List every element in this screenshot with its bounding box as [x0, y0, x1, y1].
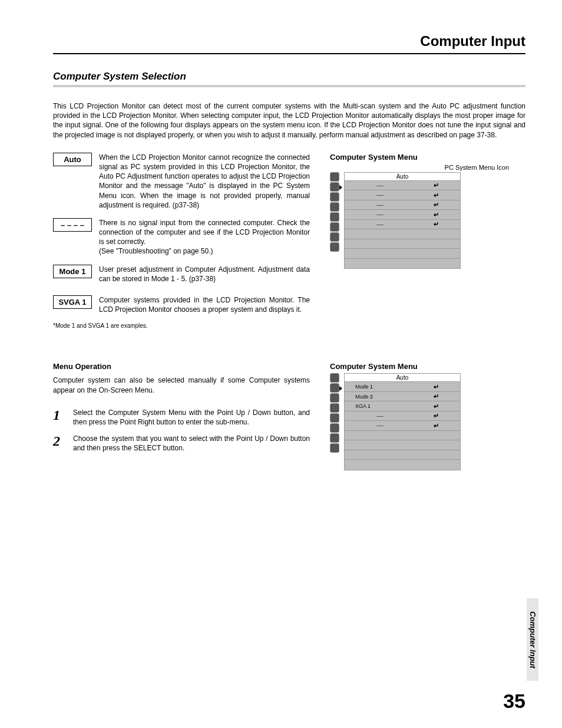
menu-icon [330, 373, 339, 383]
intro-paragraph: This LCD Projection Monitor can detect m… [53, 101, 525, 140]
menu1-sidebar-icons [330, 172, 339, 252]
menu-icon [330, 413, 339, 423]
menu-icon [330, 393, 339, 403]
step-1: 1 Select the Computer System Menu with t… [53, 408, 310, 427]
enter-icon: ↵ [415, 192, 457, 199]
menu1-caption: PC System Menu Icon [330, 164, 513, 171]
menu-operation-heading: Menu Operation [53, 362, 310, 371]
section-title: Computer System Selection [53, 71, 525, 87]
menu-row [345, 440, 460, 450]
mode-svga1-row: SVGA 1 Computer systems provided in the … [53, 295, 310, 314]
mode-svga1-text: Computer systems provided in the LCD Pro… [99, 295, 310, 314]
enter-icon: ↵ [415, 211, 457, 219]
menu-row [345, 450, 460, 460]
menu-row: ----↵ [345, 200, 460, 210]
menu-icon [330, 192, 339, 202]
page-header: Computer Input [53, 33, 525, 54]
menu2-sidebar-icons [330, 373, 339, 453]
menu-row: ----↵ [345, 210, 460, 220]
mode-auto-badge: Auto [53, 153, 92, 166]
menu1-header: Auto [345, 173, 460, 181]
side-tab-label: Computer Input [528, 611, 537, 668]
mode-auto-text: When the LCD Projection Monitor cannot r… [99, 153, 310, 210]
menu-row: ----↵ [345, 190, 460, 200]
enter-icon: ↵ [415, 182, 457, 189]
menu-icon [330, 383, 339, 393]
menu-row [345, 249, 460, 259]
menu1-table: Auto ----↵ ----↵ ----↵ ----↵ ----↵ [344, 172, 461, 269]
step-number: 2 [53, 434, 65, 453]
menu-row: Mode 2↵ [345, 392, 460, 402]
side-tab: Computer Input [527, 598, 538, 681]
menu-icon [330, 172, 339, 182]
menu-row: ----↵ [345, 220, 460, 230]
menu-row: XGA 1↵ [345, 401, 460, 411]
menu-row: ----↵ [345, 421, 460, 431]
menu-row [345, 431, 460, 441]
menu-icon [330, 443, 339, 453]
step-number: 1 [53, 408, 65, 427]
mode-svga1-badge: SVGA 1 [53, 295, 92, 309]
enter-icon: ↵ [415, 412, 457, 420]
menu2-heading: Computer System Menu [330, 362, 513, 371]
menu-row [345, 239, 460, 249]
menu-row [345, 259, 460, 269]
page-number: 35 [503, 690, 525, 713]
menu-row [345, 229, 460, 239]
menu-icon [330, 232, 339, 242]
menu-row: Mode 1↵ [345, 382, 460, 392]
menu-row [345, 460, 460, 470]
menu-icon [330, 423, 339, 433]
menu2-table: Auto Mode 1↵ Mode 2↵ XGA 1↵ ----↵ ----↵ [344, 373, 461, 470]
enter-icon: ↵ [415, 383, 457, 391]
menu-icon [330, 433, 339, 443]
enter-icon: ↵ [415, 201, 457, 209]
menu-icon [330, 212, 339, 222]
mode-mode1-row: Mode 1 User preset adjustment in Compute… [53, 265, 310, 284]
menu-icon [330, 202, 339, 212]
menu-icon [330, 403, 339, 413]
enter-icon: ↵ [415, 422, 457, 430]
menu-icon [330, 182, 339, 192]
menu1-heading: Computer System Menu [330, 153, 513, 162]
mode-auto-row: Auto When the LCD Projection Monitor can… [53, 153, 310, 210]
menu-operation-text: Computer system can also be selected man… [53, 375, 310, 394]
menu2-header: Auto [345, 374, 460, 382]
menu-icon [330, 222, 339, 232]
mode-dashes-text: There is no signal input from the connec… [99, 218, 310, 256]
mode-mode1-badge: Mode 1 [53, 265, 92, 278]
enter-icon: ↵ [415, 220, 457, 228]
step-text: Choose the system that you want to selec… [73, 434, 310, 453]
menu-row: ----↵ [345, 411, 460, 421]
step-text: Select the Computer System Menu with the… [73, 408, 310, 427]
menu-icon [330, 242, 339, 252]
step-2: 2 Choose the system that you want to sel… [53, 434, 310, 453]
footnote: *Mode 1 and SVGA 1 are examples. [53, 322, 310, 329]
enter-icon: ↵ [415, 403, 457, 410]
mode-mode1-text: User preset adjustment in Computer Adjus… [99, 265, 310, 284]
mode-dashes-row: – – – – There is no signal input from th… [53, 218, 310, 256]
mode-dashes-badge: – – – – [53, 218, 92, 232]
menu-row: ----↵ [345, 181, 460, 191]
enter-icon: ↵ [415, 393, 457, 400]
